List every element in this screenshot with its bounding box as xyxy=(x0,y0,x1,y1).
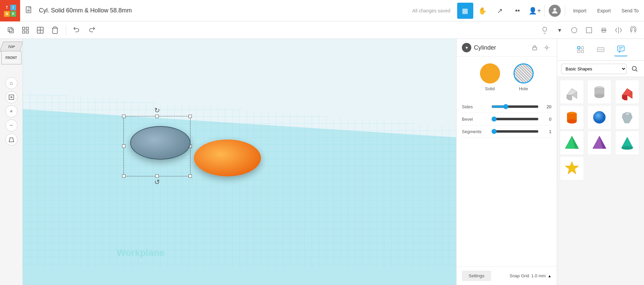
bevel-slider[interactable] xyxy=(491,116,539,122)
redo-button[interactable] xyxy=(85,23,98,37)
import-button[interactable]: Import xyxy=(568,5,592,16)
svg-rect-18 xyxy=(602,31,605,32)
handle-top-right[interactable] xyxy=(189,115,192,118)
svg-rect-44 xyxy=(618,46,624,51)
group-button[interactable] xyxy=(19,23,32,37)
handle-mid-left[interactable] xyxy=(122,145,125,148)
properties-panel: ▾ Cylinder Solid Hole Sides 20 xyxy=(456,39,557,285)
shapes-ruler-icon[interactable] xyxy=(594,43,607,56)
shapes-search-button[interactable] xyxy=(629,63,640,74)
light-button[interactable] xyxy=(542,43,551,52)
handle-bottom-left[interactable] xyxy=(122,174,125,178)
handle-top-left[interactable] xyxy=(122,115,125,118)
hollow-cylinder[interactable] xyxy=(130,126,191,160)
solid-circle-icon[interactable] xyxy=(480,63,500,83)
shapes-grid-icon[interactable] xyxy=(574,43,587,56)
toolbar: ▾ xyxy=(0,21,644,39)
settings-button[interactable]: Settings xyxy=(462,271,491,281)
tinkercad-logo[interactable]: T I N K xyxy=(0,0,20,21)
hole-circle-icon[interactable] xyxy=(514,63,534,83)
svg-point-23 xyxy=(11,97,12,98)
shape-cylinder-orange[interactable] xyxy=(560,105,584,129)
svg-point-47 xyxy=(632,66,636,70)
shape-star[interactable] xyxy=(560,156,584,180)
handle-top-mid[interactable] xyxy=(155,115,159,118)
svg-rect-8 xyxy=(26,27,29,30)
topbar-right-buttons: ▦ ✋ ↗ ▪▪ 👤+ xyxy=(457,3,565,19)
solid-cylinder[interactable] xyxy=(194,139,261,176)
bevel-value: 0 xyxy=(541,117,551,122)
shape-box[interactable] xyxy=(560,80,584,104)
align-button[interactable] xyxy=(597,23,610,37)
view-cube-top[interactable]: TOP xyxy=(0,42,23,52)
grid-view-button[interactable]: ▦ xyxy=(457,3,473,19)
arrow-tool-button[interactable]: ↗ xyxy=(492,3,508,19)
add-user-button[interactable]: 👤+ xyxy=(527,3,543,19)
shape-square-button[interactable] xyxy=(582,23,596,37)
rotate-bottom-arrow[interactable]: ↺ xyxy=(154,178,160,186)
snap-grid-arrow[interactable]: ▲ xyxy=(548,274,551,278)
ungroup-button[interactable] xyxy=(34,23,47,37)
sides-label: Sides xyxy=(462,104,489,109)
props-header: ▾ Cylinder xyxy=(457,39,557,57)
sendto-button[interactable]: Send To xyxy=(616,5,644,16)
user-avatar[interactable] xyxy=(549,5,561,17)
undo-button[interactable] xyxy=(70,23,84,37)
sides-slider[interactable] xyxy=(491,104,539,109)
left-panel: TOP FRONT ⌂ + − xyxy=(0,39,23,285)
segments-label: Segments xyxy=(462,129,489,134)
export-button[interactable]: Export xyxy=(592,5,616,16)
main-area: TOP FRONT ⌂ + − xyxy=(0,39,644,285)
view-cube-front[interactable]: FRONT xyxy=(1,51,21,64)
bulb-button[interactable] xyxy=(538,23,551,37)
shape-cylinder[interactable] xyxy=(587,80,611,104)
shape-pyramid-green[interactable] xyxy=(560,131,584,155)
props-sliders: Sides 20 Bevel 0 Segments 1 xyxy=(457,98,557,140)
shape-sphere[interactable] xyxy=(587,105,611,129)
shapes-grid xyxy=(557,77,644,183)
rotate-top-arrow[interactable]: ↻ xyxy=(154,106,160,114)
props-title: Cylinder xyxy=(474,44,527,51)
collapse-button[interactable]: ▾ xyxy=(462,43,471,52)
svg-point-60 xyxy=(567,119,577,123)
shape-box-red[interactable] xyxy=(615,80,639,104)
toolbar-separator xyxy=(66,25,66,35)
segments-slider[interactable] xyxy=(491,129,539,134)
document-icon[interactable] xyxy=(23,4,36,17)
svg-rect-15 xyxy=(586,27,592,33)
zoom-out-button[interactable]: − xyxy=(5,119,17,131)
perspective-button[interactable] xyxy=(5,133,17,146)
svg-marker-24 xyxy=(9,138,14,142)
hand-tool-button[interactable]: ✋ xyxy=(475,3,491,19)
zoom-in-button[interactable]: + xyxy=(5,105,17,117)
handle-bottom-mid[interactable] xyxy=(155,174,159,178)
shapes-category-dropdown[interactable]: Basic Shapes xyxy=(561,64,627,74)
dropdown-button[interactable]: ▾ xyxy=(553,23,566,37)
magnet-button[interactable] xyxy=(627,23,640,37)
solid-type-item[interactable]: Solid xyxy=(480,63,500,91)
mirror-button[interactable] xyxy=(612,23,625,37)
handle-bottom-right[interactable] xyxy=(189,174,192,178)
hole-type-item[interactable]: Hole xyxy=(514,63,534,91)
svg-rect-29 xyxy=(533,47,537,50)
shape-cone-teal[interactable] xyxy=(615,131,639,155)
home-view-button[interactable]: ⌂ xyxy=(5,77,17,89)
lock-button[interactable] xyxy=(530,43,539,52)
canvas-area[interactable]: Workplane ↻ ↺ xyxy=(23,39,456,285)
user-area xyxy=(544,5,565,17)
delete-button[interactable] xyxy=(48,23,62,37)
shape-pyramid-purple[interactable] xyxy=(587,131,611,155)
bevel-label: Bevel xyxy=(462,117,489,122)
svg-rect-1 xyxy=(28,7,31,9)
shapes-chat-icon[interactable] xyxy=(614,43,628,56)
shape-gem[interactable] xyxy=(615,105,639,129)
view-cube[interactable]: TOP FRONT xyxy=(0,42,25,72)
frame-selection-button[interactable] xyxy=(5,91,17,103)
logo-i: I xyxy=(10,5,16,10)
layers-button[interactable]: ▪▪ xyxy=(509,3,526,19)
logo-t: T xyxy=(4,5,10,10)
snap-grid: Snap Grid 1.0 mm ▲ xyxy=(509,273,551,278)
shape-outline-button[interactable] xyxy=(568,23,581,37)
copy-button[interactable] xyxy=(4,23,17,37)
topbar: T I N K Cyl. Solid 60mm & Hollow 58.8mm … xyxy=(0,0,644,21)
